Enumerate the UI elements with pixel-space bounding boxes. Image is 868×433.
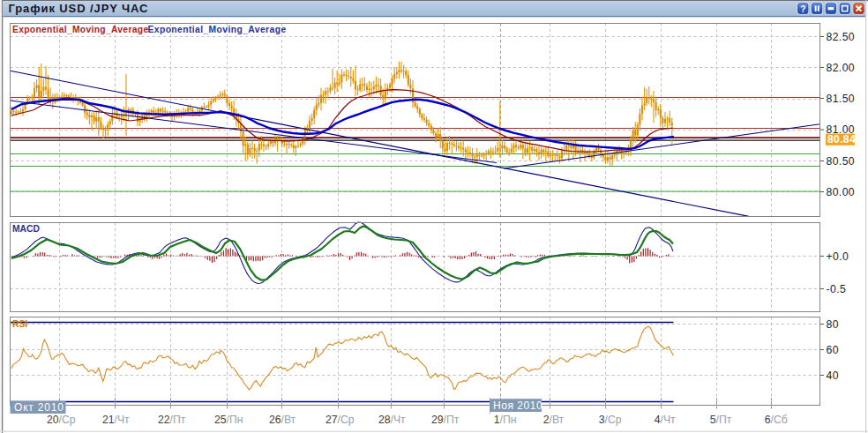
svg-text:?: ? <box>800 4 805 14</box>
svg-text:/Пт: /Пт <box>716 414 732 426</box>
svg-text:26: 26 <box>269 414 281 426</box>
svg-text:/Чт: /Чт <box>391 414 407 426</box>
svg-text:+0.0: +0.0 <box>827 250 849 263</box>
svg-text:/Сб: /Сб <box>771 414 788 426</box>
svg-text:80.00: 80.00 <box>827 186 856 198</box>
svg-text:График USD /JPY ЧАС: График USD /JPY ЧАС <box>9 2 149 15</box>
svg-text:60: 60 <box>827 344 839 356</box>
svg-text:/Пн: /Пн <box>500 414 517 426</box>
svg-text:20: 20 <box>47 414 59 426</box>
svg-text:/Пт: /Пт <box>444 414 460 426</box>
svg-text:80: 80 <box>827 318 839 331</box>
svg-text:22: 22 <box>158 414 170 426</box>
svg-text:/Чт: /Чт <box>115 414 131 426</box>
svg-text:21: 21 <box>102 414 115 426</box>
svg-text:82.50: 82.50 <box>827 31 856 43</box>
svg-text:29: 29 <box>431 414 444 426</box>
svg-text:/Ср: /Ср <box>338 414 355 426</box>
svg-text:/Пн: /Пн <box>227 414 243 426</box>
svg-text:/Ср: /Ср <box>605 414 622 426</box>
svg-text:80.84: 80.84 <box>827 133 856 146</box>
svg-text:/Вт: /Вт <box>550 414 565 426</box>
svg-text:/Чт: /Чт <box>661 414 677 426</box>
svg-text:40: 40 <box>827 370 839 382</box>
svg-text:RSI: RSI <box>12 319 27 329</box>
svg-text:/Ср: /Ср <box>59 414 76 426</box>
svg-text:81.50: 81.50 <box>827 93 856 105</box>
svg-text:Exponential_Moving_Average: Exponential_Moving_Average <box>12 25 148 34</box>
svg-text:27: 27 <box>326 414 338 426</box>
svg-text:Ноя 2010: Ноя 2010 <box>493 399 542 412</box>
svg-text:80.50: 80.50 <box>827 155 856 168</box>
svg-text:MACD: MACD <box>12 224 40 234</box>
svg-text:-0.5: -0.5 <box>827 283 847 295</box>
svg-text:Окт 2010: Окт 2010 <box>14 401 64 414</box>
svg-text:Exponential_Moving_Average: Exponential_Moving_Average <box>148 25 287 34</box>
svg-text:25: 25 <box>214 414 227 426</box>
svg-text:28: 28 <box>378 414 391 426</box>
svg-text:82.00: 82.00 <box>827 62 856 74</box>
svg-text:/Вт: /Вт <box>281 414 296 426</box>
svg-text:/Пт: /Пт <box>170 414 186 426</box>
